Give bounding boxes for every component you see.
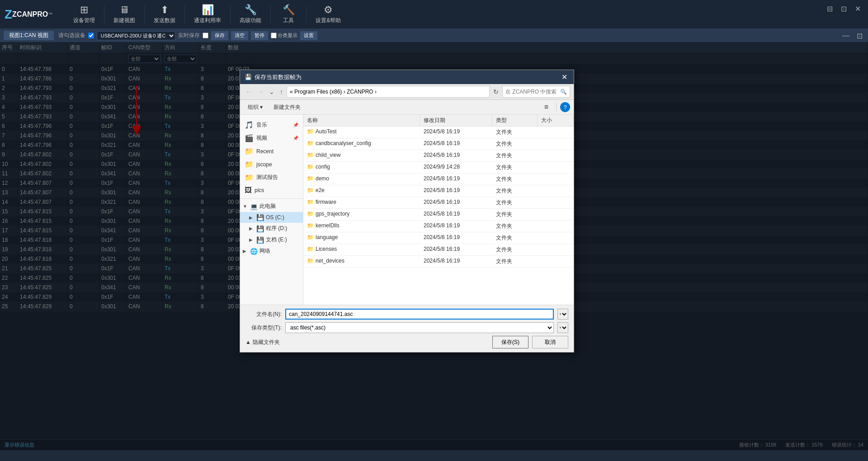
file-size <box>538 256 574 267</box>
sidebar-testreport[interactable]: 📁 测试报告 <box>240 171 303 184</box>
dialog-nav: ← → ⌄ ↑ « Program Files (x86) › ZCANPRO … <box>240 84 574 100</box>
settings-view-btn[interactable]: 设置 <box>300 31 317 40</box>
sidebar-recent-label: Recent <box>256 148 274 155</box>
device-icon: ⊞ <box>80 4 88 16</box>
hide-folders-btn[interactable]: ▲ 隐藏文件夹 <box>245 339 280 346</box>
filetype-select[interactable]: asc files(*.asc) <box>285 322 554 333</box>
driveD-icon: 💾 <box>256 225 264 232</box>
restore-btn[interactable]: ⊡ <box>838 4 849 14</box>
search-box[interactable]: 🔍 <box>502 86 570 98</box>
file-modified: 2024/5/8 16:19 <box>420 209 492 220</box>
col-name[interactable]: 名称 <box>303 115 420 126</box>
video-icon: 🎬 <box>245 134 254 142</box>
list-item[interactable]: 📁Licenses 2024/5/8 16:19 文件夹 <box>303 244 574 256</box>
organize-btn[interactable]: 组织 ▾ <box>244 102 267 113</box>
col-size[interactable]: 大小 <box>538 115 574 126</box>
device-checkbox[interactable] <box>88 33 94 38</box>
toolbar-channel[interactable]: 📊 通道利用率 <box>187 2 228 26</box>
filetype-row: 保存类型(T): asc files(*.asc) ▾ <box>245 322 568 333</box>
list-item[interactable]: 📁firmware 2024/5/8 16:19 文件夹 <box>303 197 574 209</box>
list-item[interactable]: 📁child_view 2024/5/8 16:19 文件夹 <box>303 150 574 162</box>
file-name: 📁firmware <box>303 197 420 208</box>
sidebar-music[interactable]: 🎵 音乐 📌 <box>240 118 303 132</box>
list-item[interactable]: 📁e2e 2024/5/8 16:19 文件夹 <box>303 185 574 197</box>
clear-btn[interactable]: 清空 <box>231 31 248 40</box>
file-size <box>538 174 574 185</box>
list-item[interactable]: 📁candbcanalyser_config 2024/5/8 16:19 文件… <box>303 138 574 150</box>
file-name: 📁candbcanalyser_config <box>303 138 420 150</box>
nav-forward-btn[interactable]: → <box>255 87 265 96</box>
nav-back-btn[interactable]: ← <box>244 87 254 96</box>
file-size <box>538 127 574 138</box>
pin-icon-video: 📌 <box>293 136 298 141</box>
file-type: 文件夹 <box>492 244 538 255</box>
help-btn[interactable]: ? <box>560 102 570 112</box>
file-name: 📁gps_trajectory <box>303 209 420 220</box>
filename-dropdown[interactable]: ▾ <box>557 309 568 320</box>
classify-checkbox[interactable] <box>271 33 277 38</box>
realtime-checkbox[interactable] <box>203 33 208 38</box>
filename-input[interactable] <box>285 309 554 320</box>
logo-z: Z <box>5 7 12 22</box>
sidebar-network-label: 网络 <box>259 247 270 255</box>
save-action-btn[interactable]: 保存(S) <box>492 336 528 348</box>
list-item[interactable]: 📁config 2024/9/9 14:28 文件夹 <box>303 162 574 174</box>
hide-folders-arrow: ▲ <box>245 339 251 345</box>
minimize-view-btn[interactable]: — <box>840 31 852 41</box>
new-folder-btn[interactable]: 新建文件夹 <box>269 102 305 113</box>
sidebar-drivedD[interactable]: ▶ 💾 程序 (D:) <box>240 223 303 234</box>
toolbar-advanced[interactable]: 🔧 高级功能 <box>232 2 269 26</box>
toolbar-settings[interactable]: ⚙ 设置&帮助 <box>308 2 348 26</box>
sidebar-recent[interactable]: 📁 Recent <box>240 145 303 158</box>
col-modified[interactable]: 修改日期 <box>420 115 492 126</box>
nav-refresh-btn[interactable]: ↻ <box>491 87 500 96</box>
sidebar-network[interactable]: ▶ 🌐 网络 <box>240 245 303 257</box>
search-input[interactable] <box>505 89 560 95</box>
file-type: 文件夹 <box>492 174 538 185</box>
maximize-view-btn[interactable]: ⊡ <box>854 31 865 41</box>
toolbar-device[interactable]: ⊞ 设备管理 <box>66 2 102 26</box>
save-btn[interactable]: 保存 <box>211 31 228 40</box>
minimize-btn[interactable]: ⊟ <box>824 4 835 14</box>
device-select[interactable]: USBCANFD-200U 设备0 通C <box>97 31 175 40</box>
sidebar-osc[interactable]: ▶ 💾 OS (C:) <box>240 212 303 223</box>
driveE-expand-icon: ▶ <box>249 237 255 242</box>
file-modified: 2024/5/8 16:19 <box>420 138 492 150</box>
cancel-action-btn[interactable]: 取消 <box>532 336 568 348</box>
nav-up-btn[interactable]: ↑ <box>278 87 285 96</box>
modal-overlay: 💾 保存当前数据帧为 ✕ ← → ⌄ ↑ « Program Files (x8… <box>0 42 868 450</box>
toolbar-tools[interactable]: 🔨 工具 <box>273 2 304 26</box>
dialog-main: 🎵 音乐 📌 🎬 视频 📌 📁 Recent 📁 <box>240 115 574 305</box>
view-mode-btn[interactable]: ≡ <box>540 102 552 113</box>
nav-dropdown-btn[interactable]: ⌄ <box>267 87 276 96</box>
list-item[interactable]: 📁kernelDlls 2024/5/8 16:19 文件夹 <box>303 221 574 232</box>
file-size <box>538 197 574 208</box>
toolbar-send[interactable]: ⬆ 发送数据 <box>146 2 183 26</box>
sidebar-thispc[interactable]: ▼ 💻 此电脑 <box>240 201 303 212</box>
pause-btn[interactable]: 暂停 <box>251 31 268 40</box>
network-icon: 🌐 <box>250 248 258 255</box>
file-modified: 2024/5/8 16:19 <box>420 197 492 208</box>
sidebar-jscope[interactable]: 📁 jscope <box>240 158 303 171</box>
sidebar-driveE[interactable]: ▶ 💾 文档 (E:) <box>240 234 303 245</box>
toolbar-newview[interactable]: 🖥 新建视图 <box>106 2 142 26</box>
list-item[interactable]: 📁demo 2024/5/8 16:19 文件夹 <box>303 174 574 185</box>
col-type[interactable]: 类型 <box>492 115 538 126</box>
view-tab[interactable]: 视图1:CAN 视图 <box>4 31 54 40</box>
list-item[interactable]: 📁gps_trajectory 2024/5/8 16:19 文件夹 <box>303 209 574 221</box>
sidebar-pics[interactable]: 🖼 pics <box>240 184 303 197</box>
close-top-btn[interactable]: ✕ <box>852 4 863 14</box>
list-item[interactable]: 📁AutoTest 2024/5/8 16:19 文件夹 <box>303 127 574 138</box>
breadcrumb-bar[interactable]: « Program Files (x86) › ZCANPRO › <box>287 86 490 98</box>
sidebar-video[interactable]: 🎬 视频 📌 <box>240 132 303 145</box>
filetype-dropdown[interactable]: ▾ <box>557 322 568 333</box>
toolbar-sep-6 <box>306 5 307 24</box>
folder-icon: 📁 <box>307 199 314 205</box>
list-item[interactable]: 📁net_devices 2024/5/8 16:19 文件夹 <box>303 256 574 268</box>
list-item[interactable]: 📁language 2024/5/8 16:19 文件夹 <box>303 232 574 244</box>
dialog-close-btn[interactable]: ✕ <box>560 73 569 81</box>
file-type: 文件夹 <box>492 221 538 232</box>
sidebar-osc-label: OS (C:) <box>266 214 284 221</box>
send-icon: ⬆ <box>160 4 169 16</box>
file-modified: 2024/5/8 16:19 <box>420 232 492 244</box>
